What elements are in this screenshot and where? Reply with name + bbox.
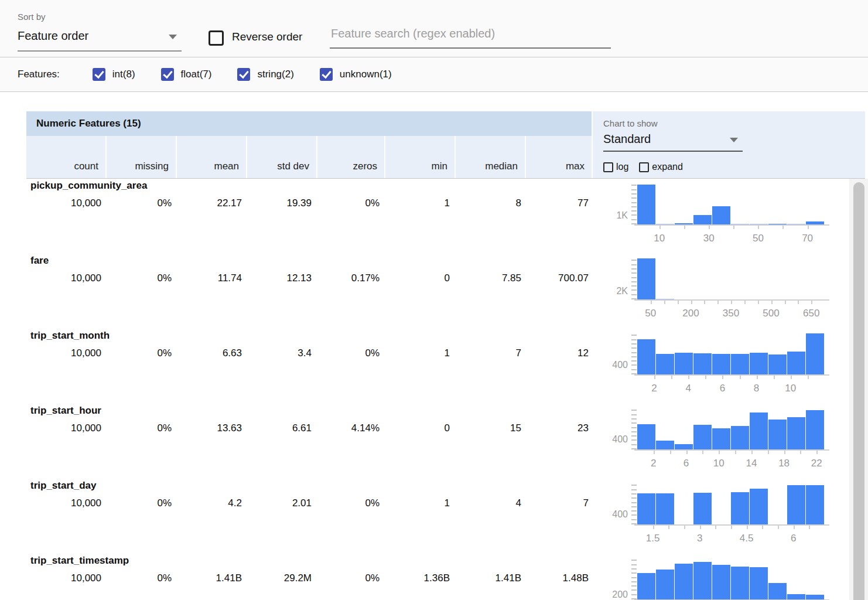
feature-row: trip_start_day10,0000%4.22.010%1474001.5… — [0, 479, 868, 554]
stat-median: 7.85 — [451, 272, 521, 284]
feature-type-float: float(7) — [161, 68, 212, 81]
scrollbar-thumb[interactable] — [853, 182, 864, 600]
histogram-bar — [637, 258, 655, 299]
x-axis-tick — [688, 376, 689, 379]
x-axis-tick — [747, 526, 748, 529]
feature-histogram: 1K10305070 — [602, 183, 836, 253]
feature-type-checkbox[interactable] — [161, 68, 174, 81]
column-header-std-dev: std dev — [246, 136, 316, 178]
feature-row: fare10,0000%11.7412.130.17%07.85700.072K… — [0, 254, 868, 329]
histogram-bar — [656, 441, 674, 449]
feature-type-string: string(2) — [237, 68, 293, 81]
x-tick-label: 4 — [674, 383, 703, 394]
y-axis-tick — [631, 510, 637, 512]
stat-mean: 6.63 — [172, 347, 242, 359]
feature-row: trip_start_hour10,0000%13.636.614.14%015… — [0, 404, 868, 479]
x-axis-tick — [751, 451, 753, 454]
x-tick-label: 350 — [716, 308, 746, 319]
histogram-bar — [787, 485, 805, 525]
histogram-bar — [787, 352, 805, 374]
stat-min: 1 — [380, 347, 450, 359]
stat-zeros: 0% — [309, 572, 380, 584]
feature-search-input[interactable] — [330, 27, 611, 49]
x-axis-tick — [800, 451, 801, 454]
x-tick-label: 18 — [770, 458, 799, 469]
x-axis-tick — [768, 451, 769, 454]
log-label: log — [616, 162, 628, 172]
chart-options: log expand — [603, 162, 683, 172]
stat-max: 23 — [518, 422, 589, 434]
stat-mean: 11.74 — [172, 272, 242, 284]
stat-missing: 0% — [101, 272, 172, 284]
histogram-bar — [675, 564, 693, 599]
x-axis-tick — [758, 226, 759, 229]
histogram-bar — [806, 595, 824, 599]
feature-type-label: int(8) — [112, 69, 135, 80]
log-checkbox[interactable] — [603, 162, 613, 172]
x-axis-tick — [778, 526, 779, 529]
x-axis-tick — [758, 301, 759, 304]
histogram-bar — [693, 215, 712, 224]
stat-median: 1.41B — [451, 572, 521, 584]
sort-by-value: Feature order — [18, 29, 88, 42]
y-axis-tick — [631, 414, 637, 415]
vertical-scrollbar[interactable] — [849, 179, 868, 600]
x-axis-tick — [717, 301, 719, 304]
x-axis-tick — [668, 526, 669, 529]
y-axis-tick — [631, 268, 637, 270]
y-axis-label: 400 — [602, 360, 628, 370]
histogram-bar — [731, 492, 749, 524]
expand-checkbox[interactable] — [639, 162, 649, 172]
y-axis-tick — [631, 485, 637, 486]
y-axis-tick — [631, 514, 637, 516]
x-tick-label: 50 — [743, 233, 773, 244]
chart-type-select[interactable]: Standard — [603, 132, 743, 152]
feature-type-checkbox[interactable] — [237, 68, 250, 81]
feature-type-checkbox[interactable] — [320, 68, 333, 81]
y-axis-tick — [631, 219, 637, 220]
stat-std-dev: 3.4 — [241, 347, 312, 359]
x-tick-label: 6 — [708, 383, 737, 394]
histogram-bar — [693, 493, 712, 524]
stat-mean: 4.2 — [172, 497, 242, 509]
numeric-features-band: Numeric Features (15) — [26, 111, 592, 136]
x-axis-tick — [678, 301, 679, 304]
checkmark-icon — [163, 69, 173, 79]
feature-type-int: int(8) — [93, 68, 135, 81]
x-axis — [634, 224, 829, 226]
stat-zeros: 0% — [309, 497, 380, 509]
y-axis-label: 200 — [602, 589, 628, 600]
y-axis-tick — [631, 581, 637, 582]
y-axis-tick — [631, 439, 637, 441]
y-axis-tick — [631, 577, 637, 578]
chart-controls-panel: Chart to show Standard log expand — [592, 111, 865, 178]
feature-type-filter: Features: int(8)float(7)string(2)unknown… — [0, 57, 868, 92]
x-axis-tick — [774, 376, 775, 379]
feature-type-checkbox[interactable] — [93, 68, 105, 81]
histogram-bar — [750, 412, 768, 449]
y-axis-tick — [631, 560, 637, 561]
reverse-order-checkbox[interactable] — [209, 30, 224, 46]
sort-by-select[interactable]: Feature order — [18, 29, 182, 52]
x-tick-label: 50 — [636, 308, 665, 319]
column-header-median: median — [454, 136, 525, 178]
y-axis-tick — [631, 285, 637, 287]
histogram-bar — [750, 567, 768, 599]
x-tick-label: 30 — [694, 233, 723, 244]
stat-zeros: 0.17% — [309, 272, 380, 284]
x-axis-tick — [691, 301, 692, 304]
stat-count: 10,000 — [31, 272, 101, 284]
y-axis-tick — [631, 339, 637, 340]
x-axis-tick — [782, 226, 784, 229]
y-axis-label: 400 — [602, 509, 628, 520]
reverse-order-label: Reverse order — [232, 30, 302, 43]
stat-mean: 1.41B — [172, 572, 242, 584]
chart-to-show-label: Chart to show — [603, 118, 658, 128]
x-tick-label: 10 — [645, 233, 674, 244]
column-header-count: count — [26, 136, 105, 178]
column-header-min: min — [384, 136, 454, 178]
feature-histogram: 200 — [602, 558, 836, 600]
y-axis-tick — [631, 272, 637, 274]
x-tick-label: 10 — [776, 383, 805, 394]
y-axis-tick — [631, 189, 637, 190]
